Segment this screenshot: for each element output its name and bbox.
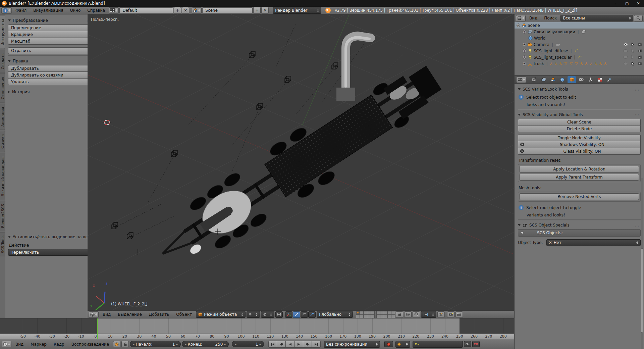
tab-tools[interactable]: Инструменты (0, 16, 5, 49)
screen-layout-icon-button[interactable] (109, 7, 119, 14)
selectability-cursor-icon[interactable] (631, 62, 634, 66)
action-dropdown[interactable]: Переключить (8, 249, 94, 256)
render-engine-dropdown[interactable]: Рендер Blender (273, 7, 321, 14)
insert-keyframe-button[interactable] (464, 341, 471, 347)
add-scene-button[interactable]: + (253, 7, 261, 14)
visibility-panel-header[interactable]: SCS Visibility and Global Tools (518, 111, 641, 119)
tl-menu-marker[interactable]: Маркер (28, 342, 50, 347)
close-button[interactable]: ✕ (633, 0, 644, 7)
visibility-eye-icon[interactable] (623, 62, 628, 65)
tl-menu-view[interactable]: Вид (12, 342, 26, 347)
tab-world[interactable] (558, 76, 567, 83)
tab-scs-tools[interactable]: SCS Tools (0, 232, 5, 256)
duplicate-linked-button[interactable]: Дублировать со связями (8, 72, 94, 79)
menu-file[interactable]: Файл (12, 8, 30, 13)
frame-end-field[interactable]: ◂ Конец: 250 ▸ (182, 341, 229, 347)
lock-to-scene-button[interactable] (396, 311, 403, 318)
viewport-editor-selector[interactable] (89, 311, 99, 318)
manipulator-axes-button[interactable] (285, 311, 292, 318)
play-button[interactable] (294, 341, 303, 348)
duplicate-button[interactable]: Дублировать (8, 65, 94, 72)
timeline-editor-selector[interactable] (2, 341, 11, 347)
minimize-button[interactable]: – (610, 0, 621, 7)
timeline-scrubber[interactable]: -50-40-30-20-100102030405060708090100110… (0, 334, 514, 339)
object-type-dropdown[interactable]: ✕ Нет (546, 239, 641, 246)
increment-arrow-icon[interactable]: ▸ (224, 343, 226, 346)
properties-editor-selector[interactable] (516, 77, 526, 83)
visibility-eye-icon[interactable] (623, 43, 628, 46)
tab-object-data[interactable] (586, 76, 595, 83)
renderability-camera-icon[interactable] (638, 55, 642, 59)
properties-scrollbar[interactable] (641, 178, 643, 349)
outliner-row-light-specular[interactable]: + SCS_light_specular | (515, 54, 644, 60)
tab-physics[interactable]: Физика (0, 131, 5, 152)
clear-scene-button[interactable]: Clear Scene (518, 119, 641, 126)
menu-window[interactable]: Окно (67, 8, 84, 13)
outliner-search-button[interactable] (634, 15, 643, 21)
scene-icon-button[interactable] (192, 7, 202, 14)
glass-visibility-toggle[interactable]: Glass Visibility: ON (518, 148, 641, 155)
tab-object[interactable] (568, 76, 576, 83)
tab-relations[interactable]: Отношения (0, 73, 5, 103)
tab-render[interactable] (530, 76, 538, 83)
scene-name-field[interactable]: Scene (202, 7, 253, 14)
expand-toggle-icon[interactable]: + (523, 49, 526, 53)
expand-toggle-icon[interactable]: + (523, 30, 526, 34)
outliner-menu-view[interactable]: Вид (526, 16, 540, 20)
add-layout-button[interactable]: + (174, 7, 181, 14)
edit-panel-header[interactable]: Правка (8, 57, 94, 65)
manipulator-rotate-button[interactable] (301, 311, 308, 318)
expand-toggle-icon[interactable]: + (523, 62, 526, 65)
tab-blender2scs[interactable]: Blender2SCS (0, 201, 5, 231)
selectability-cursor-icon[interactable] (631, 55, 634, 59)
scs-objects-subheader[interactable]: SCS Objects: (518, 229, 641, 237)
apply-location-rotation-button[interactable]: Apply Location & Rotation (520, 166, 639, 172)
vp-menu-add[interactable]: Добавить (146, 312, 172, 317)
jump-to-end-button[interactable] (312, 341, 321, 348)
snap-element-dropdown[interactable] (421, 311, 436, 318)
shadows-visibility-toggle[interactable]: Shadows Visibility: ON (518, 141, 641, 148)
tl-menu-playback[interactable]: Воспроизведение (68, 342, 112, 347)
delete-button[interactable]: Удалить (8, 79, 94, 85)
variant-panel-header[interactable]: SCS Variant/Look Tools (518, 85, 641, 93)
scale-button[interactable]: Масштаб (8, 38, 94, 45)
current-frame-field[interactable]: ◂ 1 ▸ (232, 341, 264, 347)
outliner-row-camera[interactable]: + Camera | (515, 41, 644, 48)
selectability-cursor-icon[interactable] (631, 49, 634, 53)
toggle-node-visibility-button[interactable]: Toggle Node Visibility (518, 135, 641, 141)
jump-to-start-button[interactable] (268, 341, 277, 348)
previous-keyframe-button[interactable] (277, 341, 286, 348)
delete-keyframe-button[interactable] (472, 341, 480, 347)
vp-menu-view[interactable]: Вид (100, 312, 114, 317)
render-opengl-button[interactable] (447, 311, 454, 318)
tab-render-layers[interactable] (539, 76, 548, 83)
pivot-dropdown[interactable] (261, 311, 274, 318)
tab-constraints[interactable] (577, 76, 585, 83)
apply-parent-transform-button[interactable]: Apply Parent Transform (520, 174, 639, 181)
delete-layout-button[interactable]: ✕ (182, 7, 189, 14)
tab-texture[interactable] (596, 76, 604, 83)
renderability-camera-icon[interactable] (638, 49, 642, 53)
tab-animation[interactable]: Анимация (0, 104, 5, 130)
frame-start-field[interactable]: ◂ Начало: 1 ▸ (130, 341, 181, 347)
outliner-editor-selector[interactable] (516, 15, 526, 21)
delete-node-button[interactable]: Delete Node (518, 126, 641, 132)
layer-group-2[interactable] (376, 311, 395, 318)
selectability-cursor-icon[interactable] (631, 43, 634, 47)
decrement-arrow-icon[interactable]: ◂ (235, 343, 236, 346)
layer-group-1[interactable] (356, 311, 374, 318)
decrement-arrow-icon[interactable]: ◂ (133, 343, 135, 346)
menu-help[interactable]: Справка (84, 8, 108, 13)
expand-toggle-icon[interactable]: + (523, 43, 526, 46)
manipulator-scale-button[interactable] (308, 311, 316, 318)
increment-arrow-icon[interactable]: ▸ (260, 343, 261, 346)
outliner-filter-dropdown[interactable]: Все сцены (560, 15, 633, 21)
translate-button[interactable]: Перемещение (8, 24, 94, 31)
active-keying-set-field[interactable] (413, 341, 463, 348)
outliner-row-render-layers[interactable]: + Слои визуализации | (515, 29, 644, 35)
mirror-button[interactable]: Отразить (8, 47, 94, 54)
viewport-3d[interactable]: Польз.-персп. x z y (1) WHEEL_F_2_2[] (88, 14, 514, 310)
keying-set-dropdown[interactable] (395, 341, 410, 348)
rotate-button[interactable]: Вращение (8, 31, 94, 38)
proportional-edit-button[interactable] (404, 311, 412, 318)
